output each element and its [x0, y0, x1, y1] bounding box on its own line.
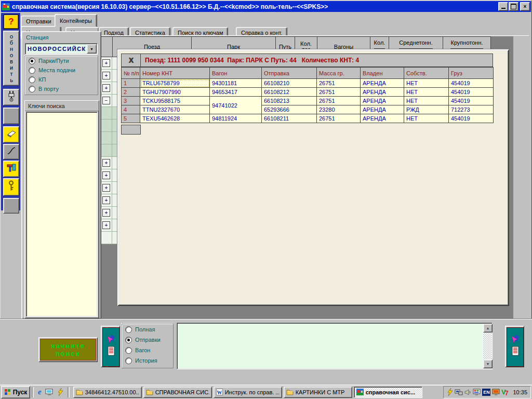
refresh-button[interactable]: обновить — [3, 31, 19, 86]
view-mode-option[interactable]: Места подачи — [25, 65, 98, 75]
cell-mass[interactable]: 26751 — [317, 97, 361, 105]
blank-button-1[interactable] — [3, 108, 19, 124]
cell-dispatch[interactable]: 66108212 — [262, 88, 317, 97]
chevron-down-icon[interactable]: ▼ — [87, 44, 97, 54]
expand-plus-icon[interactable]: + — [102, 221, 110, 229]
help-button[interactable]: ? — [4, 15, 19, 29]
row-number-cell[interactable]: 1 — [122, 79, 140, 88]
minimize-button[interactable] — [498, 2, 508, 11]
tray-antivirus-icon[interactable]: V7 — [501, 388, 509, 396]
view-mode-option[interactable]: КП — [25, 75, 98, 84]
cell-dispatch[interactable]: 66108213 — [262, 97, 317, 105]
cell-owner[interactable]: АРЕНДА — [361, 79, 404, 88]
cell-knt[interactable]: TTNU2327670 — [140, 105, 210, 114]
cell-wagon[interactable]: 94741022 — [210, 97, 262, 114]
language-indicator[interactable]: EN — [482, 389, 490, 396]
cell-mass[interactable]: 26751 — [317, 79, 361, 88]
expand-plus-icon[interactable]: + — [102, 209, 110, 217]
cell-own[interactable]: НЕТ — [404, 114, 449, 123]
lightning-icon[interactable] — [57, 388, 63, 396]
cell-knt[interactable]: TEXU5462628 — [140, 114, 210, 123]
tray-display-icon[interactable] — [473, 389, 481, 396]
tray-monitor-icon[interactable] — [492, 389, 500, 396]
search-keys-list[interactable] — [26, 112, 98, 317]
taskbar-task-folder[interactable]: КАРТИНКИ С МТР — [284, 387, 352, 398]
station-combobox[interactable]: НОВОРОССИЙСК ▼ — [25, 43, 98, 55]
cell-mass[interactable]: 26751 — [317, 88, 361, 97]
cell-owner[interactable]: АРЕНДА — [361, 97, 404, 105]
report-type-option[interactable]: Отправки — [122, 335, 173, 345]
report-left-button[interactable] — [101, 326, 120, 367]
cell-own[interactable]: НЕТ — [404, 88, 449, 97]
cell-knt[interactable]: TGHU7907990 — [140, 88, 210, 97]
report-right-button[interactable] — [505, 326, 524, 367]
expand-plus-icon[interactable]: + — [102, 171, 110, 179]
cell-owner[interactable]: АРЕНДА — [361, 105, 404, 114]
row-number-cell[interactable]: 3 — [122, 97, 140, 105]
cell-mass[interactable]: 26751 — [317, 114, 361, 123]
curve-button[interactable] — [3, 144, 19, 159]
connection-button[interactable] — [3, 89, 19, 105]
row-number-cell[interactable]: 4 — [122, 105, 140, 114]
expand-plus-icon[interactable]: + — [102, 184, 110, 192]
cell-knt[interactable]: TRLU6758799 — [140, 79, 210, 88]
cell-own[interactable]: РЖД — [404, 105, 449, 114]
maximize-button[interactable] — [509, 2, 518, 11]
report-type-option[interactable]: История — [122, 355, 173, 366]
expand-plus-icon[interactable]: + — [102, 159, 110, 167]
expand-plus-icon[interactable]: + — [102, 72, 110, 79]
taskbar-task-folder[interactable]: СПРАВОЧНАЯ СИС... — [143, 387, 212, 398]
cell-wagon[interactable]: 94811924 — [210, 114, 262, 123]
expand-plus-icon[interactable]: + — [102, 59, 110, 67]
row-number-cell[interactable]: 2 — [122, 88, 140, 97]
start-button[interactable]: Пуск — [1, 386, 30, 398]
internet-explorer-icon[interactable]: e — [38, 388, 42, 396]
scroll-down-icon[interactable]: ▼ — [483, 360, 493, 368]
cell-cargo[interactable]: 712273 — [449, 105, 494, 114]
cell-dispatch[interactable]: 66108210 — [262, 79, 317, 88]
cell-mass[interactable]: 23280 — [317, 105, 361, 114]
view-mode-option[interactable]: В порту — [25, 84, 98, 94]
close-button[interactable]: × — [520, 2, 530, 11]
key-button[interactable] — [3, 178, 19, 196]
tray-lightning-icon[interactable] — [447, 388, 453, 396]
tray-network-icon[interactable] — [455, 389, 463, 396]
cell-cargo[interactable]: 454019 — [449, 97, 494, 105]
taskbar-task-word[interactable]: WИнструк. по справ. ... — [214, 387, 282, 398]
radio-icon — [29, 67, 35, 74]
taskbar-task-folder[interactable]: 34846412.47510.00... — [73, 387, 142, 398]
collapse-minus-icon[interactable]: − — [102, 97, 110, 104]
cell-cargo[interactable]: 454019 — [449, 79, 494, 88]
report-type-option[interactable]: Вагон — [122, 345, 173, 355]
app-icon[interactable] — [2, 3, 10, 10]
cell-knt[interactable]: TCKU9588175 — [140, 97, 210, 105]
blank-button-2[interactable] — [3, 198, 19, 214]
cell-wagon[interactable]: 94301181 — [210, 79, 262, 88]
tab-konteinery[interactable]: Контейнеры — [55, 14, 97, 27]
cell-owner[interactable]: АРЕНДА — [361, 114, 404, 123]
textarea-scrollbar[interactable]: ▲ ▼ — [483, 324, 491, 368]
report-type-option[interactable]: Полная — [122, 324, 173, 335]
scroll-up-icon[interactable]: ▲ — [483, 324, 493, 332]
expand-plus-icon[interactable]: + — [102, 196, 110, 204]
tray-volume-icon[interactable] — [464, 389, 471, 395]
desktop-icon[interactable] — [45, 389, 54, 396]
erase-button[interactable] — [3, 126, 19, 143]
cell-cargo[interactable]: 454019 — [449, 88, 494, 97]
cell-own[interactable]: НЕТ — [404, 97, 449, 105]
taskbar-task-app[interactable]: справочная сис... — [354, 387, 422, 398]
cell-dispatch[interactable]: 66108211 — [262, 114, 317, 123]
view-mode-option[interactable]: Парки/Пути — [25, 56, 98, 65]
tools-button[interactable] — [3, 161, 19, 177]
cell-owner[interactable]: АРЕНДА — [361, 88, 404, 97]
start-search-button[interactable]: начните поиск — [38, 337, 98, 362]
popup-close-button[interactable]: X — [121, 54, 141, 67]
row-number-cell[interactable]: 5 — [122, 114, 140, 123]
expand-plus-icon[interactable]: + — [102, 84, 110, 92]
result-textarea[interactable]: ▲ ▼ — [177, 323, 493, 369]
cell-dispatch[interactable]: 65293666 — [262, 105, 317, 114]
cell-own[interactable]: НЕТ — [404, 79, 449, 88]
cell-cargo[interactable]: 454019 — [449, 114, 494, 123]
tab-otpravki[interactable]: Отправки — [21, 16, 57, 27]
cell-wagon[interactable]: 94653417 — [210, 88, 262, 97]
